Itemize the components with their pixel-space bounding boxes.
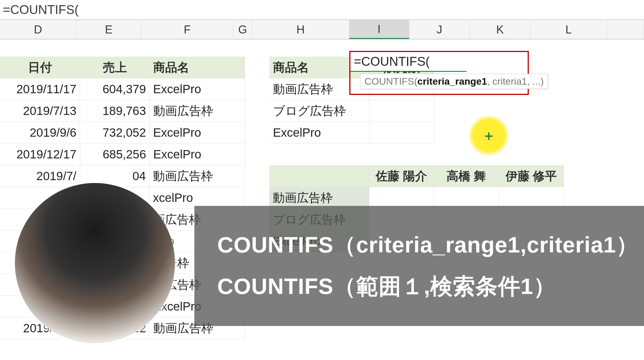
table1-header-date[interactable]: 日付 (0, 57, 80, 78)
cell-date[interactable]: 2019/7/ (0, 165, 80, 187)
cell-date[interactable]: 2019/12/17 (0, 144, 80, 165)
plus-cursor-icon: ＋ (482, 126, 496, 145)
cell-sales[interactable]: 685,256 (80, 144, 150, 165)
cell-product[interactable]: ExcelPro (150, 144, 245, 165)
formula-bar[interactable]: =COUNTIFS( (0, 0, 644, 20)
cell-product[interactable]: 動画広告枠 (150, 100, 245, 122)
cell[interactable] (369, 187, 434, 209)
table3-header-blank[interactable] (269, 165, 369, 187)
tooltip-arg-bold: criteria_range1 (417, 76, 487, 87)
function-tooltip: COUNTIFS(criteria_range1, criteria1, ...… (360, 74, 548, 89)
col-header-blank (607, 20, 644, 39)
active-cell-formula: =COUNTIFS( (354, 54, 430, 69)
table2-product[interactable]: ExcelPro (270, 122, 370, 144)
cell-product[interactable]: xcelPro (149, 187, 245, 209)
col-header-H[interactable]: H (252, 20, 349, 39)
col-header-G[interactable]: G (233, 20, 252, 39)
name-header[interactable]: 高橋 舞 (434, 165, 499, 187)
cell[interactable] (499, 187, 564, 209)
table1-header-sales[interactable]: 売上 (80, 57, 149, 78)
caption-line-2: COUNTIFS（範囲１,検索条件1） (217, 272, 644, 302)
cell[interactable] (434, 187, 499, 209)
col-header-F[interactable]: F (141, 20, 234, 39)
name-header[interactable]: 佐藤 陽介 (369, 165, 434, 187)
col-header-L[interactable]: L (531, 20, 607, 39)
table1-header-product[interactable]: 商品名 (150, 57, 245, 78)
table-row[interactable]: 2019/7/13 189,763 動画広告枠 ブログ広告枠 (0, 100, 644, 122)
webcam-overlay (15, 183, 175, 343)
tooltip-arg-rest: , criteria1, ...) (487, 76, 544, 87)
tooltip-fn: COUNTIFS( (364, 76, 417, 87)
col-header-J[interactable]: J (409, 20, 470, 39)
active-cell-content[interactable]: =COUNTIFS( (350, 52, 466, 72)
formula-bar-text: =COUNTIFS( (3, 3, 79, 17)
table3-product[interactable]: 動画広告枠 (269, 187, 369, 209)
cell[interactable] (370, 122, 434, 144)
cell-date[interactable]: 2019/11/17 (0, 78, 80, 100)
table-row[interactable]: 2019/12/17 685,256 ExcelPro (0, 144, 644, 165)
cell-product[interactable]: ExcelPro (150, 78, 245, 100)
cell-product[interactable]: ExcelPro (150, 122, 245, 144)
table2-product[interactable]: ブログ広告枠 (270, 100, 370, 122)
cursor-highlight: ＋ (469, 116, 509, 156)
col-header-I[interactable]: I (349, 20, 409, 39)
table-row[interactable]: 2019/9/6 732,052 ExcelPro ExcelPro (0, 122, 644, 144)
caption-line-1: COUNTIFS（criteria_range1,criteria1） (217, 230, 644, 260)
cell-date[interactable]: 2019/9/6 (0, 122, 80, 144)
col-header-K[interactable]: K (470, 20, 531, 39)
name-header[interactable]: 伊藤 修平 (499, 165, 564, 187)
cell[interactable] (370, 100, 434, 122)
col-header-E[interactable]: E (76, 20, 141, 39)
cell-sales[interactable]: 604,379 (80, 78, 149, 100)
cell-product[interactable]: 動画広告枠 (149, 165, 245, 187)
cell-sales[interactable]: 732,052 (80, 122, 149, 144)
col-header-D[interactable]: D (0, 20, 76, 39)
cell-date[interactable]: 2019/7/13 (0, 100, 80, 122)
column-headers: D E F G H I J K L (0, 20, 644, 39)
cell-sales[interactable]: 189,763 (80, 100, 149, 122)
caption-overlay: COUNTIFS（criteria_range1,criteria1） COUN… (194, 206, 644, 326)
table2-product[interactable]: 動画広告枠 (270, 78, 370, 100)
